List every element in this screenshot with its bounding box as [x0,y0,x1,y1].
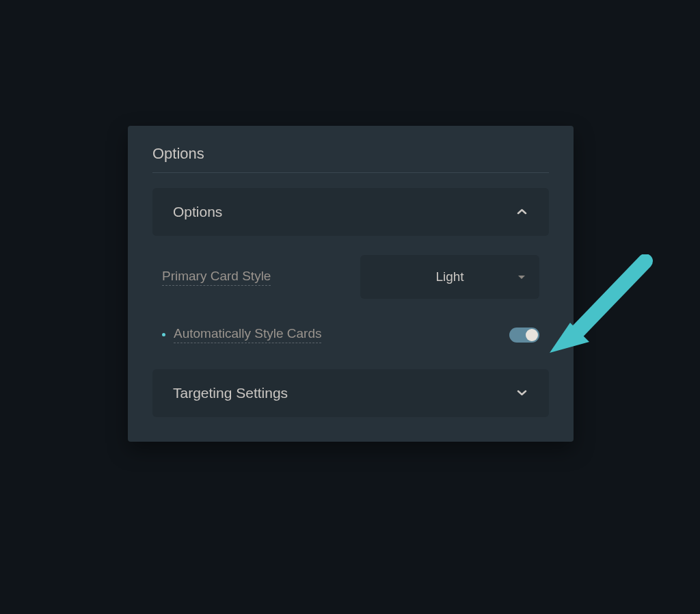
auto-style-toggle[interactable] [509,328,539,343]
primary-card-style-row: Primary Card Style Light [162,255,539,299]
auto-style-row: Automatically Style Cards [162,326,539,343]
section-label: Options [173,204,222,220]
chevron-down-icon [515,386,528,400]
auto-style-label: Automatically Style Cards [174,326,321,343]
auto-style-label-group: Automatically Style Cards [162,326,321,343]
chevron-up-icon [515,205,528,219]
select-value: Light [435,269,463,284]
toggle-knob [526,329,538,341]
bullet-icon [162,333,165,336]
panel-title: Options [152,145,549,163]
primary-card-style-label: Primary Card Style [162,269,271,286]
options-section-body: Primary Card Style Light Automatically S… [152,236,549,362]
caret-down-icon [517,271,526,283]
section-header-targeting[interactable]: Targeting Settings [152,369,549,417]
section-label: Targeting Settings [173,385,288,401]
title-divider [152,172,549,173]
section-header-options[interactable]: Options [152,188,549,236]
primary-card-style-select[interactable]: Light [360,255,539,299]
options-panel: Options Options Primary Card Style Light [128,126,574,442]
